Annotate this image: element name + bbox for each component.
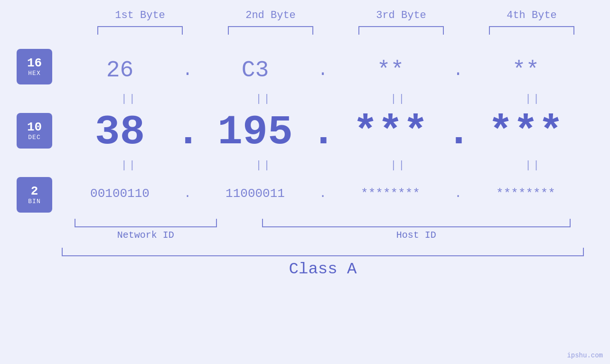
dec-val-4: *** <box>468 109 584 156</box>
hex-val-4: ** <box>468 57 584 83</box>
bracket-top-1 <box>97 26 183 35</box>
host-bracket-container <box>248 219 584 227</box>
bottom-brackets <box>62 219 584 227</box>
bin-row: 00100110 . 11000011 . ******** . <box>62 172 584 215</box>
dec-row: 38 . 195 . *** . *** <box>62 106 584 158</box>
bracket-top-2 <box>228 26 313 35</box>
top-brackets <box>75 26 597 35</box>
bin-badge-number: 2 <box>31 185 38 198</box>
host-bracket <box>262 219 571 227</box>
class-label: Class A <box>289 260 357 278</box>
hex-badge-label: HEX <box>28 70 40 77</box>
dec-val-1: 38 <box>62 109 178 156</box>
network-id-label: Network ID <box>62 230 229 241</box>
dec-dot-3: . <box>449 109 468 156</box>
dec-dot-2: . <box>313 109 332 156</box>
hex-row: 26 . C3 . ** . ** <box>62 49 584 92</box>
eq2-4: || <box>476 159 590 171</box>
bracket-cell-2 <box>214 26 328 35</box>
hex-badge: 16 HEX <box>17 49 52 84</box>
class-label-container: Class A <box>62 260 584 278</box>
bin-dot-1: . <box>178 187 197 201</box>
bin-dot-2: . <box>313 187 332 201</box>
content-area: 16 HEX 10 DEC 2 BIN 26 . <box>0 44 610 278</box>
eq-2: || <box>207 93 321 105</box>
hex-dot-2: . <box>313 61 332 80</box>
equals-row-2: || || || || <box>62 158 601 172</box>
badges-column: 16 HEX 10 DEC 2 BIN <box>17 49 52 278</box>
main-container: 1st Byte 2nd Byte 3rd Byte 4th Byte 16 H… <box>0 0 610 364</box>
byte2-header: 2nd Byte <box>214 9 328 21</box>
byte3-header: 3rd Byte <box>344 9 458 21</box>
dec-val-3: *** <box>332 109 449 156</box>
bracket-top-3 <box>358 26 444 35</box>
bin-dot-3: . <box>449 187 468 201</box>
id-labels: Network ID Host ID <box>62 230 584 241</box>
eq-1: || <box>72 93 186 105</box>
bin-badge-label: BIN <box>28 198 40 205</box>
full-bracket <box>62 248 584 256</box>
bin-val-1: 00100110 <box>62 187 178 201</box>
dec-badge-number: 10 <box>27 121 42 134</box>
hex-val-3: ** <box>332 57 449 83</box>
eq2-2: || <box>207 159 321 171</box>
dec-val-2: 195 <box>197 109 313 156</box>
bin-val-4: ******** <box>468 187 584 201</box>
bin-badge: 2 BIN <box>17 177 52 213</box>
hex-val-2: C3 <box>197 57 313 83</box>
bin-val-2: 11000011 <box>197 187 313 201</box>
bracket-cell-1 <box>83 26 197 35</box>
full-bracket-row <box>62 248 584 256</box>
hex-val-1: 26 <box>62 57 178 83</box>
equals-row-1: || || || || <box>62 92 601 106</box>
byte-headers: 1st Byte 2nd Byte 3rd Byte 4th Byte <box>75 9 597 21</box>
eq-4: || <box>476 93 590 105</box>
host-id-label: Host ID <box>248 230 584 241</box>
eq-3: || <box>341 93 455 105</box>
eq2-3: || <box>341 159 455 171</box>
hex-dot-1: . <box>178 61 197 80</box>
watermark: ipshu.com <box>567 352 603 359</box>
byte4-header: 4th Byte <box>475 9 589 21</box>
byte1-header: 1st Byte <box>83 9 197 21</box>
dec-badge-label: DEC <box>28 134 40 141</box>
dec-badge: 10 DEC <box>17 113 52 149</box>
rows-area: 26 . C3 . ** . ** <box>62 44 601 278</box>
dec-dot-1: . <box>178 109 197 156</box>
network-bracket <box>75 219 217 227</box>
hex-badge-number: 16 <box>27 56 42 70</box>
eq2-1: || <box>72 159 186 171</box>
hex-dot-3: . <box>449 61 468 80</box>
network-bracket-container <box>62 219 229 227</box>
bracket-top-4 <box>489 26 574 35</box>
bracket-cell-4 <box>475 26 589 35</box>
bracket-cell-3 <box>344 26 458 35</box>
bin-val-3: ******** <box>332 187 449 201</box>
